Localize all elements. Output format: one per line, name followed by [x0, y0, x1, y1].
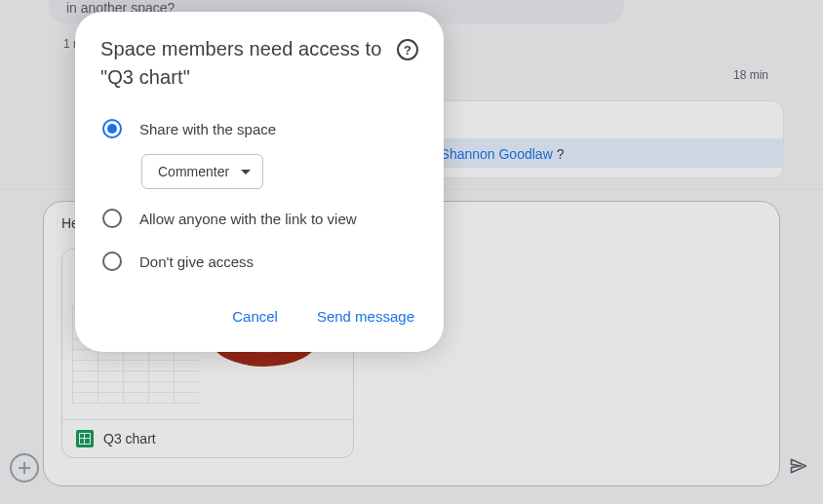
- option-share-with-space[interactable]: Share with the space: [100, 107, 418, 150]
- option-anyone-with-link[interactable]: Allow anyone with the link to view: [100, 197, 418, 240]
- help-icon[interactable]: ?: [397, 39, 418, 60]
- radio-unselected-icon: [102, 209, 122, 228]
- send-message-button[interactable]: Send message: [315, 302, 416, 330]
- option-dont-give-access[interactable]: Don't give access: [100, 240, 418, 283]
- dialog-title: Space members need access to "Q3 chart": [100, 35, 385, 92]
- radio-selected-icon: [102, 119, 122, 138]
- role-dropdown[interactable]: Commenter: [141, 154, 263, 189]
- cancel-button[interactable]: Cancel: [230, 302, 280, 330]
- radio-unselected-icon: [102, 252, 122, 271]
- access-dialog: Space members need access to "Q3 chart" …: [75, 12, 444, 352]
- role-selected-value: Commenter: [158, 164, 229, 179]
- option-label: Don't give access: [139, 253, 254, 270]
- option-label: Allow anyone with the link to view: [139, 211, 357, 227]
- option-label: Share with the space: [139, 121, 276, 137]
- chevron-down-icon: [241, 170, 251, 174]
